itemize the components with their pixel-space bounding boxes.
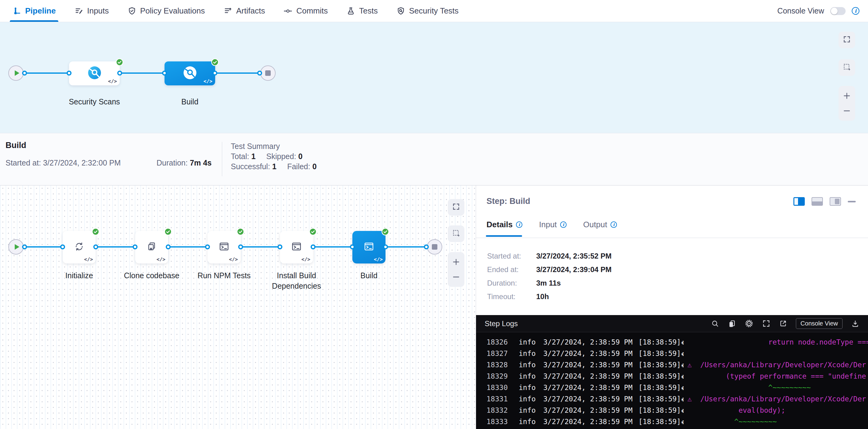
stage-card-build[interactable]: </>: [164, 61, 215, 85]
edge-connector[interactable]: [205, 244, 210, 249]
console-view-button[interactable]: Console View: [796, 318, 842, 329]
edge-connector[interactable]: [133, 244, 137, 249]
tab-details[interactable]: Detailsi: [487, 220, 522, 229]
edge-connector[interactable]: [257, 71, 262, 75]
log-date: 3/27/2024, 2:38:59 PM: [543, 348, 632, 359]
edge-connector[interactable]: [93, 244, 98, 249]
nav-item-pipeline[interactable]: Pipeline: [12, 0, 56, 22]
layout-floating-panel-icon[interactable]: [830, 197, 841, 206]
step-logs-body[interactable]: 18326info3/27/2024, 2:38:59 PM[18:38:59]…: [476, 332, 868, 427]
nav-item-inputs[interactable]: Inputs: [74, 0, 109, 22]
log-text: (typeof performance === "undefine: [687, 371, 866, 382]
edge-connector[interactable]: [22, 244, 27, 249]
zoom-in-icon[interactable]: [843, 92, 851, 100]
tab-input[interactable]: Inputi: [539, 220, 567, 229]
log-line[interactable]: 18332info3/27/2024, 2:38:59 PM[18:38:59]…: [476, 405, 868, 416]
layout-right-panel-icon[interactable]: [794, 197, 805, 206]
edge-connector[interactable]: [67, 71, 71, 75]
nav-item-policy-evaluations[interactable]: Policy Evaluations: [127, 0, 205, 22]
console-view-toggle[interactable]: [830, 7, 846, 15]
step-panel-title: Step: Build: [487, 196, 530, 206]
edge-connector[interactable]: [350, 244, 355, 249]
expand-logs-icon[interactable]: [762, 319, 770, 328]
duration-label: Duration:: [157, 158, 188, 167]
step-card-install-build-dependencies[interactable]: </>: [280, 231, 313, 264]
log-expander-icon[interactable]: ▸: [681, 337, 684, 348]
open-in-new-icon[interactable]: [779, 319, 787, 328]
stop-icon: [265, 70, 271, 76]
success-badge-icon: [92, 228, 99, 236]
zoom-in-icon[interactable]: [452, 258, 460, 266]
marquee-select-icon: [843, 63, 851, 72]
edge-connector[interactable]: [311, 244, 315, 249]
console-view-info-icon[interactable]: i: [852, 7, 859, 15]
nav-item-artifacts[interactable]: Artifacts: [223, 0, 265, 22]
nav-item-label: Security Tests: [409, 6, 459, 16]
step-card-initialize[interactable]: </>: [63, 231, 96, 264]
edge-connector[interactable]: [424, 244, 429, 249]
info-icon[interactable]: i: [516, 221, 522, 228]
settings-gear-icon[interactable]: [745, 319, 753, 328]
step-card-run-npm-tests[interactable]: </>: [208, 231, 241, 264]
step-canvas-marquee-button[interactable]: [448, 225, 464, 242]
edge-connector[interactable]: [166, 244, 170, 249]
edge-connector[interactable]: [277, 244, 282, 249]
test-summary-row-2: Successful: 1 Failed: 0: [231, 161, 317, 172]
zoom-out-icon[interactable]: [452, 273, 460, 281]
edge-connector[interactable]: [22, 71, 27, 75]
stage-card-security-scans[interactable]: </>: [69, 61, 120, 85]
nav-item-security-tests[interactable]: Security Tests: [396, 0, 459, 22]
stage-canvas-marquee-button[interactable]: [839, 59, 855, 76]
stage-duration: Duration: 7m 4s: [157, 158, 212, 167]
minimize-panel-icon[interactable]: [848, 201, 856, 203]
inputs-icon: [74, 6, 84, 16]
info-icon[interactable]: i: [560, 221, 567, 228]
log-text: eval(body);: [687, 405, 785, 416]
edge-connector[interactable]: [383, 244, 388, 249]
step-card-build[interactable]: </>: [352, 231, 385, 264]
stage-canvas-fullscreen-button[interactable]: [839, 32, 855, 48]
log-expander-icon[interactable]: ▸: [681, 393, 684, 405]
log-expander-icon[interactable]: ▸: [681, 371, 684, 382]
search-icon[interactable]: [711, 319, 719, 328]
log-expander-icon[interactable]: ▸: [681, 348, 684, 359]
log-expander-icon[interactable]: ▸: [681, 359, 684, 371]
nav-item-tests[interactable]: Tests: [346, 0, 378, 22]
layout-bottom-panel-icon[interactable]: [811, 197, 823, 206]
code-icon: </>: [204, 78, 212, 84]
zoom-out-icon[interactable]: [843, 107, 851, 115]
info-icon[interactable]: i: [611, 221, 617, 228]
stage-started-at: Started at: 3/27/2024, 2:32:00 PM: [5, 158, 121, 167]
copy-icon[interactable]: [728, 319, 736, 328]
pipeline-end-node[interactable]: [427, 239, 442, 254]
step-card-clone-codebase[interactable]: </>: [135, 231, 168, 264]
step-canvas-fullscreen-button[interactable]: [448, 199, 464, 216]
download-logs-icon[interactable]: [851, 319, 859, 328]
pipeline-start-node[interactable]: [8, 65, 24, 81]
log-line[interactable]: 18330info3/27/2024, 2:38:59 PM[18:38:59]…: [476, 382, 868, 393]
pipeline-end-node[interactable]: [260, 65, 276, 81]
log-expander-icon[interactable]: ▸: [681, 382, 684, 393]
log-line-number: 18331: [487, 393, 508, 405]
log-expander-icon[interactable]: ▸: [681, 405, 684, 416]
edge-connector[interactable]: [117, 71, 122, 75]
log-expander-icon[interactable]: ▸: [681, 416, 684, 427]
log-line[interactable]: 18331info3/27/2024, 2:38:59 PM[18:38:59]…: [476, 393, 868, 405]
nav-item-label: Tests: [359, 6, 378, 16]
log-line[interactable]: 18333info3/27/2024, 2:38:59 PM[18:38:59]…: [476, 416, 868, 427]
log-line[interactable]: 18327info3/27/2024, 2:38:59 PM[18:38:59]…: [476, 348, 868, 359]
nav-item-commits[interactable]: Commits: [283, 0, 328, 22]
success-badge-icon: [309, 228, 317, 236]
edge-connector[interactable]: [60, 244, 65, 249]
marquee-select-icon: [452, 229, 460, 238]
log-line[interactable]: 18329info3/27/2024, 2:38:59 PM[18:38:59]…: [476, 371, 868, 382]
security-stage-icon: [183, 66, 197, 81]
step-logs-title: Step Logs: [485, 319, 518, 328]
edge-connector[interactable]: [212, 71, 217, 75]
log-line[interactable]: 18326info3/27/2024, 2:38:59 PM[18:38:59]…: [476, 337, 868, 348]
pipeline-start-node[interactable]: [8, 239, 24, 254]
tab-output[interactable]: Outputi: [583, 220, 617, 229]
edge-connector[interactable]: [238, 244, 243, 249]
log-line[interactable]: 18328info3/27/2024, 2:38:59 PM[18:38:59]…: [476, 359, 868, 371]
edge-connector[interactable]: [162, 71, 167, 75]
